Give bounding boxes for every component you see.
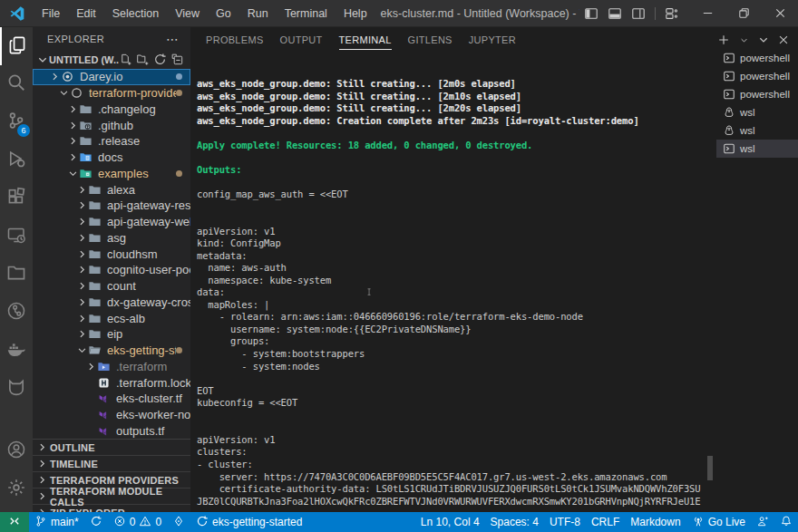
- tree-item-label: dx-gateway-cross-ac...: [107, 295, 190, 309]
- activity-settings[interactable]: [0, 470, 33, 508]
- status-eol-sequence[interactable]: CRLF: [586, 512, 625, 532]
- tree-item-outputs-tf[interactable]: outputs.tf: [33, 423, 190, 440]
- more-actions-icon[interactable]: ⋯: [166, 32, 180, 46]
- folder-icon: [88, 312, 102, 325]
- terminal-session-powershell[interactable]: powershell: [716, 67, 798, 85]
- tab-jupyter[interactable]: JUPYTER: [461, 27, 524, 53]
- new-folder-icon[interactable]: [136, 53, 151, 67]
- terminal-line: mapRoles: |: [197, 299, 715, 312]
- tree-item-darey-io[interactable]: Darey.io: [33, 69, 190, 85]
- collapse-all-icon[interactable]: [170, 53, 185, 67]
- tree-item-ecs-alb[interactable]: ecs-alb: [33, 310, 190, 326]
- tree-item-asg[interactable]: asg: [33, 230, 190, 247]
- new-file-icon[interactable]: [119, 53, 133, 67]
- activity-accounts[interactable]: [0, 432, 33, 470]
- tab-terminal[interactable]: TERMINAL: [331, 27, 400, 53]
- workspace-actions: [119, 53, 185, 67]
- status-indentation[interactable]: Spaces: 4: [485, 512, 544, 532]
- menu-view[interactable]: View: [167, 0, 208, 27]
- tree-item-api-gateway-rest-api-[interactable]: api-gateway-rest-api...: [33, 198, 190, 214]
- status-remote-indicator[interactable]: [0, 512, 29, 532]
- restore-button[interactable]: [725, 0, 762, 27]
- tree-item-cognito-user-pool[interactable]: cognito-user-pool: [33, 262, 190, 278]
- toggle-panel-icon[interactable]: [603, 2, 627, 25]
- tab-gitlens[interactable]: GITLENS: [400, 27, 461, 53]
- terminal-session-wsl[interactable]: wsl: [716, 103, 798, 121]
- activity-gitlens[interactable]: [0, 370, 33, 408]
- terminal-session-wsl[interactable]: wsl: [716, 140, 798, 158]
- tree-item-terraform-provide-[interactable]: terraform-provide...: [33, 85, 190, 102]
- tree-item--changelog[interactable]: .changelog: [33, 102, 190, 118]
- tab-output[interactable]: OUTPUT: [272, 27, 331, 53]
- activity-run-and-debug[interactable]: [0, 141, 33, 179]
- tree-item-docs[interactable]: docs: [33, 150, 190, 166]
- terraform-file-icon: [97, 424, 112, 438]
- status-cursor-position[interactable]: Ln 10, Col 4: [415, 512, 485, 532]
- section-outline[interactable]: OUTLINE: [33, 440, 190, 456]
- activity-explorer[interactable]: [0, 27, 33, 65]
- customize-layout-icon[interactable]: [660, 2, 684, 25]
- status-language-mode[interactable]: Markdown: [625, 512, 686, 532]
- close-button[interactable]: [762, 0, 798, 27]
- terminal-scrollbar[interactable]: [707, 456, 713, 480]
- terminal-session-powershell[interactable]: powershell: [716, 49, 798, 67]
- toggle-sidebar-icon[interactable]: [579, 2, 603, 25]
- refresh-icon[interactable]: [153, 53, 168, 67]
- status-notifications[interactable]: [774, 512, 798, 532]
- status-go-live[interactable]: Go Live: [686, 512, 751, 532]
- status-feedback[interactable]: [751, 512, 774, 532]
- section-timeline[interactable]: TIMELINE: [33, 456, 190, 472]
- toggle-secondary-sidebar-icon[interactable]: [627, 2, 650, 25]
- activity-source-control[interactable]: 6: [0, 103, 33, 141]
- terminal-session-powershell[interactable]: powershell: [716, 85, 798, 103]
- terminal-output[interactable]: aws_eks_node_group.demo: Still creating.…: [190, 53, 715, 512]
- tree-item-label: eip: [107, 327, 190, 341]
- activity-remote-explorer[interactable]: [0, 218, 33, 256]
- folder-icon: [88, 263, 102, 276]
- menu-help[interactable]: Help: [336, 0, 375, 27]
- activity-project-manager[interactable]: [0, 256, 33, 294]
- tree-item-cloudhsm[interactable]: cloudhsm: [33, 246, 190, 262]
- tree-item--terraform-lock-hcl[interactable]: .terraform.lock.hcl: [33, 374, 190, 391]
- tree-item-eip[interactable]: eip: [33, 326, 190, 343]
- tree-item-examples[interactable]: examples: [33, 166, 190, 182]
- close-panel-button[interactable]: [774, 30, 793, 50]
- status-encoding[interactable]: UTF-8: [544, 512, 586, 532]
- menu-selection[interactable]: Selection: [104, 0, 167, 27]
- tree-item-alexa[interactable]: alexa: [33, 181, 190, 198]
- folder-icon: [88, 215, 102, 228]
- activity-extensions[interactable]: [0, 179, 33, 218]
- section-terraform-module-calls[interactable]: TERRAFORM MODULE CALLS: [33, 488, 190, 505]
- menu-go[interactable]: Go: [208, 0, 239, 27]
- terminal-session-label: powershell: [740, 53, 790, 63]
- tree-item--github[interactable]: .github: [33, 117, 190, 133]
- terminal-session-wsl[interactable]: wsl: [716, 121, 798, 140]
- activity-docker[interactable]: [0, 332, 33, 370]
- minimize-button[interactable]: [689, 0, 725, 27]
- menu-run[interactable]: Run: [239, 0, 277, 27]
- tree-item--terraform[interactable]: .terraform: [33, 359, 190, 375]
- tree-item-dx-gateway-cross-ac-[interactable]: dx-gateway-cross-ac...: [33, 295, 190, 311]
- tree-item-count[interactable]: count: [33, 278, 190, 295]
- activity-search[interactable]: [0, 65, 33, 103]
- status-git-branch[interactable]: main*: [29, 512, 84, 532]
- tree-item-eks-worker-nodes-tf[interactable]: eks-worker-nodes.tf: [33, 407, 190, 423]
- new-terminal-button[interactable]: [715, 30, 733, 50]
- tree-item-eks-cluster-tf[interactable]: eks-cluster.tf: [33, 391, 190, 407]
- menu-file[interactable]: File: [34, 0, 68, 27]
- menu-edit[interactable]: Edit: [68, 0, 104, 27]
- tree-item-api-gateway-websoc-[interactable]: api-gateway-websoc...: [33, 214, 190, 230]
- tree-item--release[interactable]: .release: [33, 133, 190, 150]
- launch-profile-dropdown-button[interactable]: [735, 30, 753, 50]
- status-problems[interactable]: 00: [108, 512, 167, 532]
- restore-panel-size-button[interactable]: [754, 30, 773, 50]
- workspace-section-header[interactable]: UNTITLED (W...: [33, 51, 190, 69]
- terminal-line: username: system:node:{{EC2PrivateDNSNam…: [197, 324, 715, 336]
- status-terraform-status[interactable]: [167, 512, 190, 532]
- status-sync-changes[interactable]: [84, 512, 108, 532]
- status-task-status[interactable]: eks-getting-started: [190, 512, 307, 532]
- tab-problems[interactable]: PROBLEMS: [198, 27, 272, 53]
- tree-item-eks-getting-sta-[interactable]: eks-getting-sta...: [33, 343, 190, 359]
- menu-terminal[interactable]: Terminal: [277, 0, 336, 27]
- activity-git-graph[interactable]: [0, 294, 33, 332]
